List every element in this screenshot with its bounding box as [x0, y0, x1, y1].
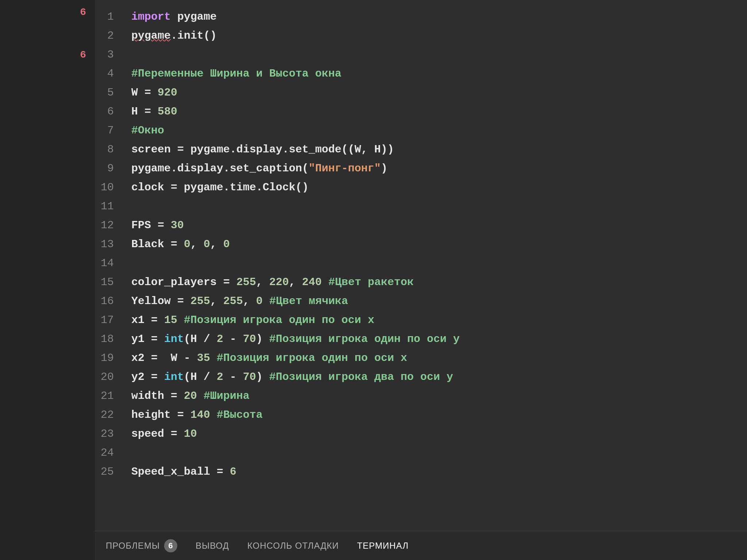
line-number: 8 [95, 140, 120, 159]
line-number: 3 [95, 45, 120, 64]
line-number-gutter: 1234567891011121314151617181920212223242… [95, 0, 120, 531]
tab-terminal[interactable]: ТЕРМИНАЛ [357, 541, 409, 551]
tab-problems-label: ПРОБЛЕМЫ [106, 541, 160, 551]
tab-debug-label: КОНСОЛЬ ОТЛАДКИ [247, 541, 339, 551]
code-line[interactable]: Speed_x_ball = 6 [131, 462, 747, 481]
line-number: 11 [95, 197, 120, 216]
tab-output-label: ВЫВОД [196, 541, 229, 551]
code-line[interactable]: height = 140 #Высота [131, 405, 747, 424]
line-number: 4 [95, 64, 120, 83]
line-number: 6 [95, 102, 120, 121]
code-line[interactable]: y2 = int(H / 2 - 70) #Позиция игрока два… [131, 368, 747, 386]
line-number: 7 [95, 121, 120, 140]
tab-output[interactable]: ВЫВОД [196, 541, 229, 551]
tab-debug-console[interactable]: КОНСОЛЬ ОТЛАДКИ [247, 541, 339, 551]
line-number: 5 [95, 83, 120, 102]
line-number: 22 [95, 405, 120, 424]
sidebar-error-badge-1: 6 [0, 4, 95, 21]
line-number: 24 [95, 443, 120, 462]
code-line[interactable]: Yellow = 255, 255, 0 #Цвет мячика [131, 292, 747, 311]
tab-problems[interactable]: ПРОБЛЕМЫ 6 [106, 539, 177, 552]
line-number: 17 [95, 311, 120, 330]
code-editor[interactable]: 1234567891011121314151617181920212223242… [95, 0, 747, 531]
line-number: 25 [95, 462, 120, 481]
editor-area: 1234567891011121314151617181920212223242… [95, 0, 747, 560]
code-line[interactable]: x1 = 15 #Позиция игрока один по оси x [131, 311, 747, 330]
code-line[interactable]: import pygame [131, 7, 747, 26]
tab-terminal-label: ТЕРМИНАЛ [357, 541, 409, 551]
code-line[interactable] [131, 197, 747, 216]
code-line[interactable] [131, 45, 747, 64]
code-line[interactable]: pygame.init() [131, 26, 747, 45]
line-number: 1 [95, 7, 120, 26]
line-number: 23 [95, 424, 120, 443]
line-number: 19 [95, 349, 120, 368]
line-number: 2 [95, 26, 120, 45]
line-number: 21 [95, 386, 120, 405]
code-line[interactable]: FPS = 30 [131, 216, 747, 235]
code-line[interactable]: #Переменные Ширина и Высота окна [131, 64, 747, 83]
code-line[interactable]: clock = pygame.time.Clock() [131, 178, 747, 197]
code-line[interactable]: screen = pygame.display.set_mode((W, H)) [131, 140, 747, 159]
code-line[interactable]: width = 20 #Ширина [131, 386, 747, 405]
code-line[interactable] [131, 443, 747, 462]
code-line[interactable]: color_players = 255, 220, 240 #Цвет раке… [131, 273, 747, 292]
code-line[interactable]: speed = 10 [131, 424, 747, 443]
sidebar: 6 6 [0, 0, 95, 560]
code-line[interactable]: pygame.display.set_caption("Пинг-понг") [131, 159, 747, 178]
code-line[interactable]: W = 920 [131, 83, 747, 102]
line-number: 16 [95, 292, 120, 311]
line-number: 13 [95, 235, 120, 254]
line-number: 10 [95, 178, 120, 197]
line-number: 20 [95, 368, 120, 386]
line-number: 15 [95, 273, 120, 292]
problems-count-badge: 6 [164, 539, 177, 552]
code-line[interactable] [131, 254, 747, 273]
bottom-panel: ПРОБЛЕМЫ 6 ВЫВОД КОНСОЛЬ ОТЛАДКИ ТЕРМИНА… [95, 531, 747, 560]
sidebar-error-badge-2: 6 [0, 46, 95, 63]
line-number: 9 [95, 159, 120, 178]
code-content[interactable]: import pygamepygame.init()#Переменные Ши… [120, 0, 747, 531]
code-line[interactable]: y1 = int(H / 2 - 70) #Позиция игрока оди… [131, 330, 747, 349]
code-line[interactable]: H = 580 [131, 102, 747, 121]
line-number: 12 [95, 216, 120, 235]
code-line[interactable]: Black = 0, 0, 0 [131, 235, 747, 254]
line-number: 18 [95, 330, 120, 349]
code-line[interactable]: #Окно [131, 121, 747, 140]
line-number: 14 [95, 254, 120, 273]
code-line[interactable]: x2 = W - 35 #Позиция игрока один по оси … [131, 349, 747, 368]
